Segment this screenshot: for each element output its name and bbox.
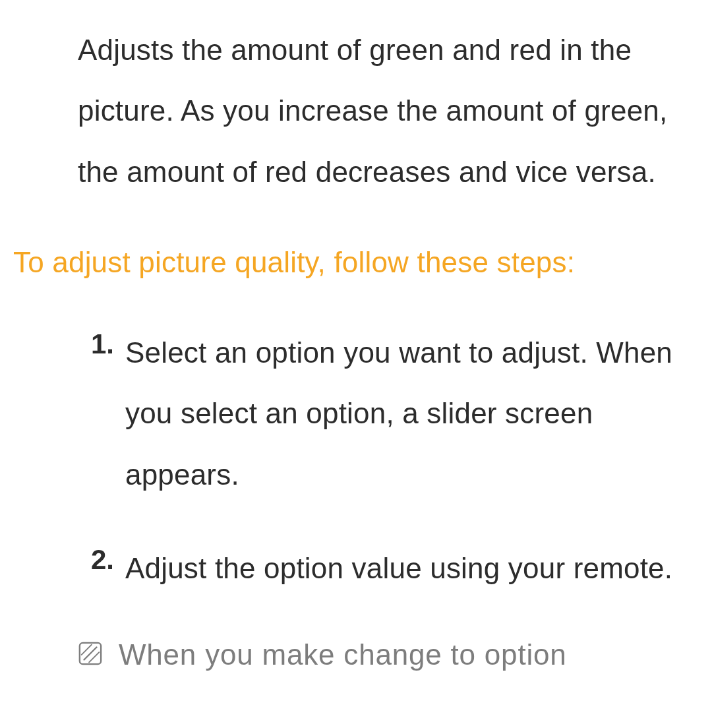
step-text: Select an option you want to adjust. Whe…	[125, 322, 699, 505]
step-text: Adjust the option value using your remot…	[125, 538, 672, 599]
note-row: When you make change to option	[78, 634, 699, 675]
list-item: 1. Select an option you want to adjust. …	[91, 325, 699, 505]
intro-paragraph: Adjusts the amount of green and red in t…	[78, 20, 692, 202]
svg-line-1	[84, 648, 97, 660]
note-text: When you make change to option	[119, 634, 567, 675]
step-number: 2.	[91, 541, 125, 599]
section-heading: To adjust picture quality, follow these …	[13, 242, 699, 283]
steps-list: 1. Select an option you want to adjust. …	[91, 325, 699, 599]
list-item: 2. Adjust the option value using your re…	[91, 541, 699, 599]
document-content: Adjusts the amount of green and red in t…	[0, 0, 712, 675]
step-number: 1.	[91, 325, 125, 505]
note-icon	[78, 641, 103, 666]
